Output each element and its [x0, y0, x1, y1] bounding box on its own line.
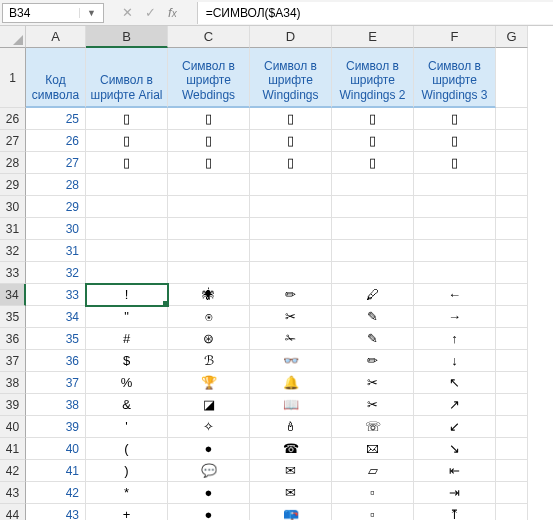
column-header-E[interactable]: E [332, 26, 414, 48]
cell-webdings[interactable]: ● [168, 504, 250, 520]
cell-code[interactable]: 26 [26, 130, 86, 152]
cell-wingdings3[interactable]: ▯ [414, 152, 496, 174]
cell-arial[interactable]: " [86, 306, 168, 328]
cell-wingdings[interactable] [250, 174, 332, 196]
cell-arial[interactable]: ( [86, 438, 168, 460]
cell-wingdings[interactable]: 🔔 [250, 372, 332, 394]
cell-wingdings[interactable]: ▯ [250, 152, 332, 174]
cell-wingdings2[interactable]: ▯ [332, 130, 414, 152]
cell-webdings[interactable]: 🕷 [168, 284, 250, 306]
cell[interactable] [496, 130, 528, 152]
cell-wingdings2[interactable]: 🖂 [332, 438, 414, 460]
row-number[interactable]: 27 [0, 130, 26, 152]
cell-code[interactable]: 35 [26, 328, 86, 350]
cell-webdings[interactable]: ● [168, 438, 250, 460]
cell-wingdings[interactable]: 📖 [250, 394, 332, 416]
cell-wingdings2[interactable] [332, 218, 414, 240]
cell-code[interactable]: 29 [26, 196, 86, 218]
column-header-G[interactable]: G [496, 26, 528, 48]
cell-code[interactable]: 33 [26, 284, 86, 306]
row-number[interactable]: 41 [0, 438, 26, 460]
cell-webdings[interactable] [168, 262, 250, 284]
cell-code[interactable]: 43 [26, 504, 86, 520]
row-number[interactable]: 30 [0, 196, 26, 218]
cell-code[interactable]: 34 [26, 306, 86, 328]
column-header-B[interactable]: B [86, 26, 168, 48]
row-number[interactable]: 28 [0, 152, 26, 174]
cell-code[interactable]: 31 [26, 240, 86, 262]
cell-wingdings2[interactable] [332, 174, 414, 196]
row-number[interactable]: 42 [0, 460, 26, 482]
enter-icon[interactable]: ✓ [145, 5, 156, 20]
cell-arial[interactable] [86, 218, 168, 240]
cell-wingdings3[interactable]: ↖ [414, 372, 496, 394]
cell-wingdings2[interactable]: ✎ [332, 328, 414, 350]
cell-wingdings3[interactable]: ↘ [414, 438, 496, 460]
row-number[interactable]: 44 [0, 504, 26, 520]
cell-wingdings2[interactable]: ▱ [332, 460, 414, 482]
cell[interactable] [496, 394, 528, 416]
cell-arial[interactable]: # [86, 328, 168, 350]
column-header-A[interactable]: A [26, 26, 86, 48]
cell-code[interactable]: 40 [26, 438, 86, 460]
cell[interactable] [496, 460, 528, 482]
cell-wingdings3[interactable] [414, 174, 496, 196]
row-number[interactable]: 29 [0, 174, 26, 196]
cell-wingdings2[interactable]: ✂ [332, 394, 414, 416]
cell-arial[interactable]: $ [86, 350, 168, 372]
cell-wingdings[interactable] [250, 196, 332, 218]
select-all-corner[interactable] [0, 26, 26, 48]
cell[interactable] [496, 284, 528, 306]
cell[interactable] [496, 350, 528, 372]
cell-arial[interactable]: ▯ [86, 130, 168, 152]
cell-wingdings2[interactable]: ☏ [332, 416, 414, 438]
cell-arial[interactable]: ) [86, 460, 168, 482]
row-number[interactable]: 35 [0, 306, 26, 328]
cell-wingdings2[interactable]: ✏ [332, 350, 414, 372]
cell-arial[interactable]: + [86, 504, 168, 520]
cell[interactable] [496, 108, 528, 130]
cell-wingdings2[interactable]: 🖊 [332, 284, 414, 306]
cell-arial[interactable]: * [86, 482, 168, 504]
cell[interactable] [496, 416, 528, 438]
cell-arial[interactable]: ▯ [86, 152, 168, 174]
cell-wingdings[interactable]: 🕯 [250, 416, 332, 438]
cell-code[interactable]: 38 [26, 394, 86, 416]
cell-wingdings[interactable]: ▯ [250, 108, 332, 130]
cancel-icon[interactable]: ✕ [122, 5, 133, 20]
cell-arial[interactable]: % [86, 372, 168, 394]
cell-wingdings3[interactable]: ▯ [414, 130, 496, 152]
cell-arial[interactable] [86, 240, 168, 262]
cell-code[interactable]: 28 [26, 174, 86, 196]
cell-wingdings2[interactable]: ▫ [332, 504, 414, 520]
cell-code[interactable]: 32 [26, 262, 86, 284]
cell-webdings[interactable]: ● [168, 482, 250, 504]
cell[interactable] [496, 438, 528, 460]
cell-webdings[interactable] [168, 240, 250, 262]
cell[interactable] [496, 152, 528, 174]
row-number[interactable]: 43 [0, 482, 26, 504]
cell[interactable] [496, 328, 528, 350]
cell-webdings[interactable] [168, 196, 250, 218]
row-number[interactable]: 1 [0, 48, 26, 108]
cell-wingdings3[interactable]: ⇥ [414, 482, 496, 504]
row-number[interactable]: 36 [0, 328, 26, 350]
cell-wingdings3[interactable]: ↗ [414, 394, 496, 416]
cell[interactable] [496, 306, 528, 328]
cell-wingdings2[interactable]: ▯ [332, 152, 414, 174]
cell-wingdings3[interactable] [414, 240, 496, 262]
cell-wingdings[interactable]: ▯ [250, 130, 332, 152]
row-number[interactable]: 34 [0, 284, 26, 306]
cell-code[interactable]: 42 [26, 482, 86, 504]
cell-arial[interactable] [86, 262, 168, 284]
cell-wingdings3[interactable] [414, 218, 496, 240]
cell-wingdings[interactable]: ☎ [250, 438, 332, 460]
row-number[interactable]: 39 [0, 394, 26, 416]
row-number[interactable]: 32 [0, 240, 26, 262]
cell-webdings[interactable]: ℬ [168, 350, 250, 372]
cell-wingdings3[interactable]: ▯ [414, 108, 496, 130]
cell-arial[interactable] [86, 196, 168, 218]
cell-code[interactable]: 37 [26, 372, 86, 394]
row-number[interactable]: 37 [0, 350, 26, 372]
column-header-C[interactable]: C [168, 26, 250, 48]
